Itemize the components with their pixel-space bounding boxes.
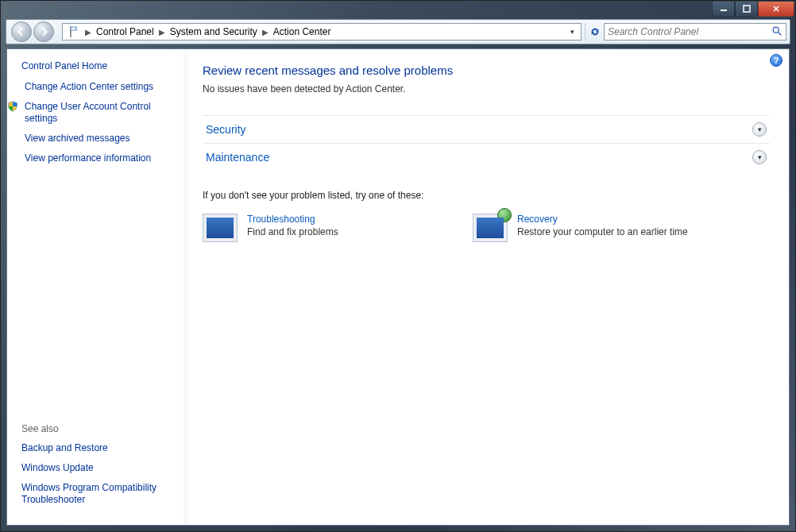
sidebar-link-performance[interactable]: View performance information (21, 152, 174, 164)
forward-button[interactable] (33, 21, 54, 42)
svg-rect-0 (721, 10, 727, 11)
tile-recovery[interactable]: Recovery Restore your computer to an ear… (473, 214, 695, 242)
see-also-windows-update[interactable]: Windows Update (21, 462, 174, 474)
breadcrumb-system-security[interactable]: System and Security (167, 26, 261, 37)
sidebar-link-change-uac[interactable]: Change User Account Control settings (21, 101, 174, 125)
uac-shield-icon (7, 101, 20, 115)
chevron-down-icon[interactable]: ▾ (752, 150, 767, 164)
breadcrumb-action-center[interactable]: Action Center (270, 26, 334, 37)
refresh-button[interactable] (585, 23, 604, 40)
try-one-text: If you don't see your problem listed, tr… (203, 190, 770, 201)
address-dropdown-icon[interactable]: ▾ (567, 28, 578, 36)
maximize-button[interactable] (735, 2, 758, 17)
svg-rect-1 (744, 6, 750, 12)
status-text: No issues have been detected by Action C… (203, 83, 770, 94)
section-title: Security (206, 123, 246, 136)
tile-desc: Find and fix problems (247, 226, 338, 239)
see-also-compat-troubleshooter[interactable]: Windows Program Compatibility Troublesho… (21, 482, 174, 506)
tile-troubleshooting[interactable]: Troubleshooting Find and fix problems (203, 214, 425, 242)
chevron-right-icon: ▶ (261, 28, 270, 37)
chevron-right-icon: ▶ (157, 28, 167, 37)
section-security[interactable]: Security ▾ (203, 115, 770, 143)
sidebar-link-label: View performance information (25, 152, 151, 164)
svg-point-2 (773, 27, 779, 33)
monitor-icon (203, 214, 238, 242)
sidebar-link-change-action-center[interactable]: Change Action Center settings (21, 81, 174, 93)
toolbar: ▶ Control Panel ▶ System and Security ▶ … (6, 19, 790, 44)
sidebar-link-label: Change Action Center settings (25, 81, 153, 93)
action-center-flag-icon (68, 25, 80, 38)
sidebar-link-archived[interactable]: View archived messages (21, 133, 174, 145)
help-icon[interactable]: ? (770, 54, 782, 67)
window-frame: ▶ Control Panel ▶ System and Security ▶ … (0, 0, 796, 532)
minimize-button[interactable] (712, 2, 735, 17)
search-box[interactable] (604, 23, 786, 40)
search-input[interactable] (608, 26, 771, 37)
page-title: Review recent messages and resolve probl… (203, 64, 770, 77)
tile-link[interactable]: Recovery (517, 214, 558, 225)
sidebar-link-label: View archived messages (25, 133, 130, 145)
main-content: ? Review recent messages and resolve pro… (184, 49, 789, 525)
sidebar-link-label: Change User Account Control settings (25, 101, 174, 125)
sidebar-link-label: Windows Program Compatibility Troublesho… (21, 482, 174, 506)
search-icon[interactable] (771, 25, 782, 39)
sidebar-link-label: Windows Update (21, 462, 94, 474)
see-also-backup[interactable]: Backup and Restore (21, 442, 174, 454)
see-also-heading: See also (21, 423, 174, 434)
chevron-down-icon[interactable]: ▾ (752, 122, 767, 137)
sidebar: Control Panel Home Change Action Center … (7, 49, 184, 525)
client-area: Control Panel Home Change Action Center … (6, 48, 790, 526)
recovery-icon (473, 214, 508, 242)
chevron-right-icon: ▶ (83, 28, 93, 37)
section-maintenance[interactable]: Maintenance ▾ (203, 143, 770, 171)
address-bar[interactable]: ▶ Control Panel ▶ System and Security ▶ … (62, 23, 582, 40)
close-button[interactable] (758, 2, 794, 17)
sidebar-link-label: Backup and Restore (21, 442, 108, 454)
back-button[interactable] (11, 21, 32, 42)
breadcrumb-control-panel[interactable]: Control Panel (93, 26, 157, 37)
section-title: Maintenance (206, 151, 269, 164)
sidebar-home-link[interactable]: Control Panel Home (21, 60, 174, 71)
titlebar (6, 2, 794, 17)
tile-link[interactable]: Troubleshooting (247, 214, 315, 225)
tile-desc: Restore your computer to an earlier time (517, 226, 688, 239)
